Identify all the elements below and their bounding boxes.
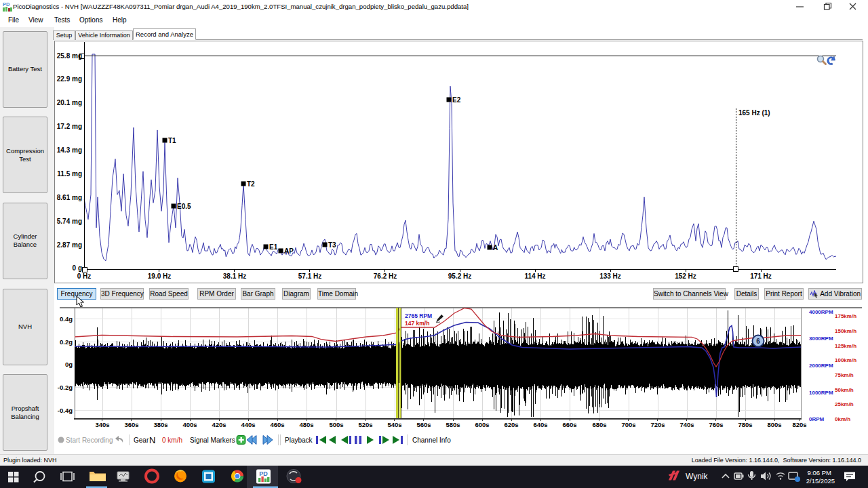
svg-text:95.2 Hz: 95.2 Hz [448, 272, 471, 280]
svg-text:340s: 340s [95, 421, 109, 428]
svg-text:640s: 640s [533, 421, 547, 428]
svg-text:760s: 760s [709, 421, 723, 428]
svg-text:76.2 Hz: 76.2 Hz [374, 272, 397, 280]
svg-text:PD: PD [259, 470, 268, 477]
svg-text:11.5 mg: 11.5 mg [57, 170, 82, 178]
svg-text:380s: 380s [153, 421, 167, 428]
svg-text:A: A [493, 244, 498, 251]
svg-text:6: 6 [756, 338, 760, 345]
svg-text:E0.5: E0.5 [177, 203, 191, 210]
svg-text:800s: 800s [767, 421, 781, 428]
svg-text:N: N [149, 435, 155, 445]
svg-text:E1: E1 [269, 243, 278, 251]
svg-text:22.9 mg: 22.9 mg [57, 75, 82, 83]
svg-text:720s: 720s [650, 421, 665, 428]
svg-text:600s: 600s [475, 421, 489, 428]
svg-text:165 Hz (1): 165 Hz (1) [738, 109, 770, 117]
svg-text:460s: 460s [270, 421, 284, 428]
svg-text:25km/h: 25km/h [835, 401, 854, 407]
svg-text:T1: T1 [168, 137, 176, 144]
svg-text:-0.2g: -0.2g [58, 384, 73, 391]
svg-text:Playback: Playback [285, 436, 313, 444]
svg-text:780s: 780s [738, 421, 752, 428]
svg-text:0km/h: 0km/h [835, 416, 850, 422]
svg-text:700s: 700s [621, 421, 635, 428]
svg-text:2765 RPM: 2765 RPM [405, 312, 432, 319]
svg-text:57.1 Hz: 57.1 Hz [298, 272, 321, 280]
svg-text:20.1 mg: 20.1 mg [57, 99, 82, 106]
svg-text:75km/h: 75km/h [835, 372, 854, 378]
svg-text:0 km/h: 0 km/h [162, 436, 182, 444]
svg-text:Channel Info: Channel Info [412, 436, 451, 444]
svg-text:133 Hz: 133 Hz [599, 272, 621, 280]
svg-text:T2: T2 [247, 180, 255, 188]
svg-text:0 g: 0 g [73, 264, 82, 272]
svg-text:25.8 mg: 25.8 mg [57, 52, 82, 60]
svg-text:0.4g: 0.4g [60, 315, 73, 323]
svg-text:500s: 500s [329, 421, 343, 428]
svg-text:8.61 mg: 8.61 mg [57, 194, 82, 201]
svg-text:125km/h: 125km/h [835, 343, 856, 349]
svg-text:Wynik: Wynik [686, 472, 709, 481]
svg-text:0g: 0g [65, 361, 73, 368]
svg-text:0 Hz: 0 Hz [77, 272, 92, 280]
svg-text:147 km/h: 147 km/h [405, 320, 429, 327]
svg-text:480s: 480s [299, 421, 313, 428]
svg-text:Signal Markers: Signal Markers [190, 436, 235, 444]
svg-text:4000RPM: 4000RPM [809, 309, 833, 315]
svg-text:E2: E2 [452, 96, 461, 104]
svg-text:820s: 820s [792, 421, 806, 428]
svg-text:Gear: Gear [134, 436, 149, 444]
svg-text:150km/h: 150km/h [835, 328, 856, 334]
svg-text:19.0 Hz: 19.0 Hz [148, 272, 171, 280]
svg-text:50km/h: 50km/h [835, 387, 854, 393]
svg-text:T3: T3 [328, 241, 336, 249]
svg-text:620s: 620s [504, 421, 518, 428]
svg-text:9:06 PM: 9:06 PM [808, 469, 831, 476]
svg-text:5.74 mg: 5.74 mg [57, 218, 82, 225]
svg-text:2/15/2025: 2/15/2025 [806, 477, 835, 485]
svg-text:740s: 740s [679, 421, 694, 428]
svg-text:1000RPM: 1000RPM [809, 390, 833, 396]
svg-text:520s: 520s [358, 421, 372, 428]
svg-text:Start Recording: Start Recording [66, 436, 113, 444]
svg-text:680s: 680s [592, 421, 606, 428]
svg-text:152 Hz: 152 Hz [675, 272, 696, 280]
svg-text:171 Hz: 171 Hz [750, 272, 772, 280]
svg-text:AP: AP [284, 247, 294, 255]
svg-text:540s: 540s [387, 421, 401, 428]
svg-text:2000RPM: 2000RPM [809, 363, 833, 369]
svg-text:440s: 440s [241, 421, 255, 428]
svg-text:100km/h: 100km/h [835, 357, 856, 363]
svg-text:114 Hz: 114 Hz [524, 272, 545, 280]
svg-text:0.2g: 0.2g [60, 338, 73, 346]
svg-text:-0.4g: -0.4g [58, 407, 73, 414]
svg-text:360s: 360s [124, 421, 138, 428]
svg-text:14.3 mg: 14.3 mg [57, 146, 82, 154]
svg-text:175km/h: 175km/h [835, 313, 856, 319]
svg-text:560s: 560s [416, 421, 431, 428]
svg-text:38.1 Hz: 38.1 Hz [223, 272, 246, 280]
svg-text:0RPM: 0RPM [809, 416, 825, 422]
svg-text:420s: 420s [212, 421, 226, 428]
svg-text:580s: 580s [446, 421, 460, 428]
svg-text:400s: 400s [182, 421, 197, 428]
svg-text:660s: 660s [562, 421, 576, 428]
svg-text:2.87 mg: 2.87 mg [57, 241, 82, 249]
svg-text:3000RPM: 3000RPM [809, 336, 833, 342]
svg-text:17.2 mg: 17.2 mg [57, 123, 82, 130]
